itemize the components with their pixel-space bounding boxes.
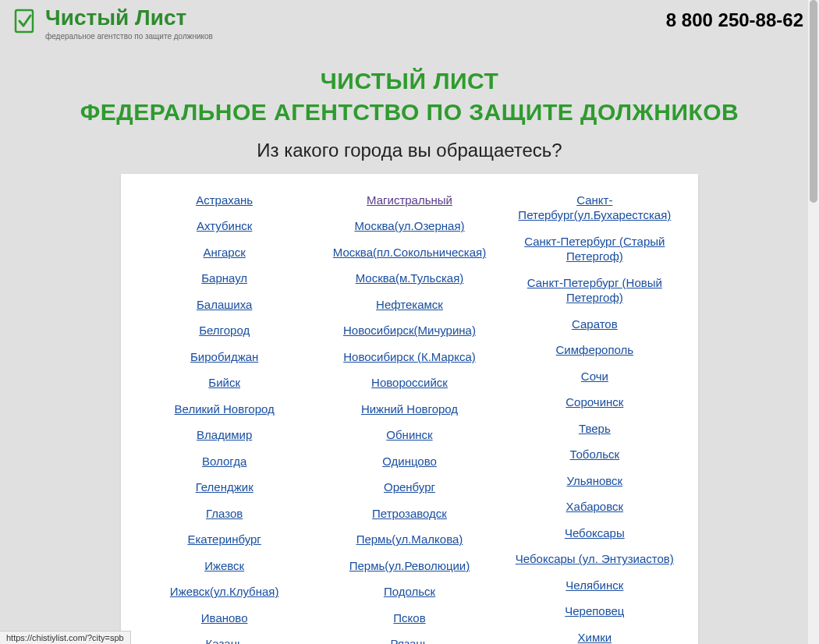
logo-title: Чистый Лист [45, 6, 213, 30]
city-link[interactable]: Белгород [199, 323, 250, 338]
city-link[interactable]: Нижний Новгород [361, 402, 458, 417]
page-title-line2: ФЕДЕРАЛЬНОЕ АГЕНТСТВО ПО ЗАЩИТЕ ДОЛЖНИКО… [80, 99, 739, 125]
city-link[interactable]: Санкт-Петербург(ул.Бухарестская) [504, 193, 686, 223]
city-link[interactable]: Москва(м.Тульская) [356, 271, 464, 286]
city-link[interactable]: Санкт-Петербург (Новый Петергоф) [504, 275, 686, 306]
city-link[interactable]: Сорочинск [566, 395, 623, 410]
logo-icon [11, 8, 39, 36]
city-column-3: Санкт-Петербург(ул.Бухарестская)Санкт-Пе… [504, 193, 686, 644]
city-link[interactable]: Вологда [202, 454, 246, 469]
city-link[interactable]: Подольск [384, 584, 435, 600]
city-link[interactable]: Казань [206, 636, 243, 644]
browser-status-bar: https://chistiylist.com/?city=spb [0, 631, 131, 644]
city-link[interactable]: Владимир [197, 427, 252, 443]
city-link[interactable]: Петрозаводск [372, 506, 447, 522]
header: Чистый Лист федеральное агентство по защ… [0, 0, 819, 41]
city-link[interactable]: Пермь(ул.Революции) [349, 558, 470, 574]
city-link[interactable]: Бийск [208, 375, 240, 391]
city-link[interactable]: Санкт-Петербург (Старый Петергоф) [504, 234, 686, 264]
city-link[interactable]: Ульяновск [566, 473, 622, 489]
svg-rect-0 [16, 10, 33, 32]
city-card: АстраханьАхтубинскАнгарскБарнаулБалашиха… [121, 174, 698, 644]
city-link[interactable]: Балашиха [197, 297, 252, 313]
city-link[interactable]: Магистральный [367, 193, 452, 208]
city-link[interactable]: Сочи [581, 369, 608, 384]
city-link[interactable]: Астрахань [196, 193, 253, 208]
city-link[interactable]: Москва(ул.Озерная) [354, 218, 464, 234]
city-link[interactable]: Череповец [565, 603, 624, 619]
city-column-1: АстраханьАхтубинскАнгарскБарнаулБалашиха… [133, 193, 315, 644]
city-link[interactable]: Тобольск [570, 447, 620, 462]
city-link[interactable]: Иваново [201, 610, 248, 626]
city-link[interactable]: Ижевск(ул.Клубная) [170, 584, 279, 600]
city-link[interactable]: Челябинск [566, 578, 623, 593]
logo-text-block: Чистый Лист федеральное агентство по защ… [45, 6, 213, 41]
city-link[interactable]: Обнинск [386, 427, 432, 443]
city-link[interactable]: Хабаровск [566, 499, 623, 515]
city-link[interactable]: Москва(пл.Сокольническая) [333, 245, 486, 260]
city-link[interactable]: Псков [393, 610, 425, 626]
city-link[interactable]: Глазов [206, 506, 243, 522]
city-link[interactable]: Чебоксары [565, 525, 625, 541]
city-link[interactable]: Барнаул [201, 271, 247, 286]
city-link[interactable]: Геленджик [196, 479, 254, 495]
city-link[interactable]: Тверь [579, 421, 611, 437]
city-link[interactable]: Екатеринбург [187, 532, 261, 547]
city-link[interactable]: Новосибирск (К.Маркса) [343, 349, 476, 365]
city-link[interactable]: Новосибирск(Мичурина) [343, 323, 476, 338]
city-link[interactable]: Одинцово [382, 454, 437, 469]
city-link[interactable]: Химки [578, 630, 612, 644]
page-title: ЧИСТЫЙ ЛИСТ ФЕДЕРАЛЬНОЕ АГЕНТСТВО ПО ЗАЩ… [0, 65, 819, 129]
city-link[interactable]: Ижевск [204, 558, 244, 574]
scrollbar-thumb[interactable] [810, 0, 817, 203]
city-link[interactable]: Ангарск [204, 245, 246, 260]
page-title-line1: ЧИСТЫЙ ЛИСТ [321, 68, 499, 94]
city-question: Из какого города вы обращаетесь? [0, 140, 819, 161]
city-link[interactable]: Нефтекамск [376, 297, 443, 313]
phone-number: 8 800 250-88-62 [666, 9, 803, 31]
scrollbar-vertical[interactable] [808, 0, 819, 644]
city-link[interactable]: Ахтубинск [197, 218, 252, 234]
city-link[interactable]: Оренбург [384, 479, 435, 495]
city-link[interactable]: Чебоксары (ул. Энтузиастов) [516, 551, 674, 567]
city-column-2: МагистральныйМосква(ул.Озерная)Москва(пл… [318, 193, 500, 644]
logo-subtitle: федеральное агентство по защите должнико… [45, 32, 213, 41]
city-link[interactable]: Биробиджан [190, 349, 258, 365]
city-link[interactable]: Великий Новгород [175, 402, 275, 417]
city-link[interactable]: Симферополь [556, 342, 634, 358]
city-link[interactable]: Новороссийск [371, 375, 448, 391]
city-link[interactable]: Пермь(ул.Малкова) [356, 532, 463, 547]
city-link[interactable]: Рязань [391, 636, 429, 644]
city-columns: АстраханьАхтубинскАнгарскБарнаулБалашиха… [133, 193, 686, 644]
logo-block: Чистый Лист федеральное агентство по защ… [11, 6, 213, 41]
city-link[interactable]: Саратов [572, 317, 618, 332]
